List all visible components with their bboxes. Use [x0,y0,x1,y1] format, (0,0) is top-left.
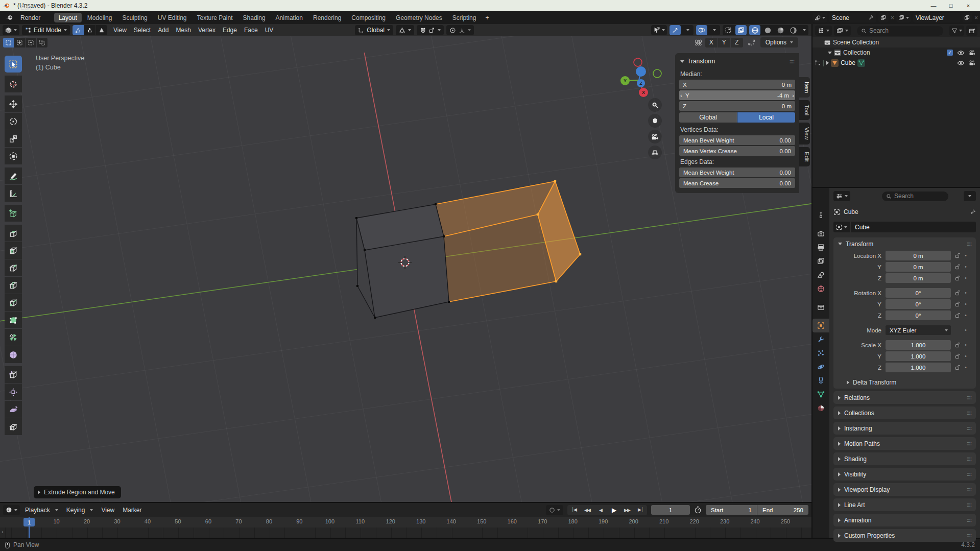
operator-panel[interactable]: Extrude Region and Move [34,486,121,498]
transform-orientation-dropdown[interactable]: Global [355,25,393,35]
property-field[interactable]: 1.000 [886,340,951,350]
tool-rip-region[interactable] [5,418,22,435]
timeline-menu-view[interactable]: View [97,505,118,515]
tool-options-dropdown[interactable]: Options [760,37,798,47]
tool-annotate[interactable] [5,167,22,184]
timeline-menu-playback[interactable]: Playback [21,505,62,515]
unlock-icon[interactable] [953,290,962,296]
viewport-menu-mesh[interactable]: Mesh [173,26,195,35]
sidebar-tab-edit[interactable]: Edit [799,147,810,166]
proportional-editing-toggle[interactable] [446,25,474,35]
sidebar-tab-view[interactable]: View [799,123,810,145]
pivot-point-dropdown[interactable] [396,25,414,35]
median-z-field[interactable]: Z0 m [679,101,795,111]
properties-tab-scene[interactable] [812,268,829,282]
tab-rendering[interactable]: Rendering [308,13,346,22]
property-field[interactable]: XYZ Euler [886,325,951,335]
transform-panel-header[interactable]: Transform :::: [679,57,795,69]
tool-scale[interactable] [5,130,22,147]
timeline-expander[interactable]: › [2,529,4,535]
overlays-dropdown[interactable] [709,25,720,35]
drag-handle[interactable]: :::: [967,533,971,538]
tool-smooth[interactable] [5,346,22,363]
add-workspace-button[interactable]: + [481,13,493,23]
ortho-toggle-button[interactable] [648,146,662,159]
timeline-editor-type-button[interactable] [3,505,20,515]
tool-cursor[interactable] [5,76,22,92]
zoom-button[interactable] [648,98,662,112]
animate-dot[interactable]: • [962,290,969,296]
viewport-menu-vertex[interactable]: Vertex [195,26,219,35]
eye-icon[interactable] [957,50,965,56]
property-field[interactable]: 0° [886,288,951,298]
section-header[interactable]: Viewport Display:::: [833,483,976,496]
properties-tab-object[interactable] [812,319,829,332]
drag-handle[interactable]: :::: [967,410,971,416]
maximize-button[interactable]: □ [942,0,960,11]
outliner-filter-mode-button[interactable] [834,26,851,36]
pan-button[interactable] [648,114,662,128]
section-header[interactable]: Shading:::: [833,452,976,465]
properties-search-input[interactable]: Search [882,191,948,201]
global-button[interactable]: Global [679,112,737,123]
properties-tab-tool[interactable] [812,208,829,222]
tool-knife[interactable] [5,294,22,311]
tool-bevel[interactable] [5,259,22,276]
viewport-menu-uv[interactable]: UV [261,26,277,35]
shading-wireframe-button[interactable] [749,25,760,35]
property-field[interactable]: 1.000 [886,363,951,372]
edge-field-1[interactable]: Mean Crease0.00 [679,178,795,188]
increment-arrow[interactable]: › [792,92,794,99]
section-header[interactable]: Animation:::: [833,514,976,526]
prev-keyframe-button[interactable]: ◀◀ [581,505,594,515]
viewlayer-browse-button[interactable] [896,13,911,22]
select-set-button[interactable] [3,38,14,47]
gizmo-dropdown[interactable] [682,25,694,35]
animate-dot[interactable]: • [962,327,969,333]
start-frame-field[interactable]: Start 1 [706,505,757,515]
tool-add-cube[interactable] [5,205,22,222]
animate-dot[interactable]: • [962,264,969,270]
tab-animation[interactable]: Animation [271,13,307,22]
tab-sculpting[interactable]: Sculpting [117,13,152,22]
tool-edge-slide[interactable] [5,366,22,383]
tab-geometry-nodes[interactable]: Geometry Nodes [391,13,447,22]
properties-tab-material[interactable] [812,401,829,415]
animate-dot[interactable]: • [962,342,969,348]
object-name-field[interactable]: Cube [851,222,976,232]
tab-uv-editing[interactable]: UV Editing [153,13,192,22]
pin-icon[interactable] [868,15,874,20]
current-frame-field[interactable]: 1 [651,505,690,515]
unlock-icon[interactable] [953,253,962,258]
mirror-x-button[interactable]: X [705,38,718,47]
properties-tab-object-data[interactable] [812,388,829,401]
property-field[interactable]: 0° [886,299,951,309]
tool-extrude-region[interactable] [5,225,22,242]
mode-dropdown[interactable]: Edit Mode [22,25,70,35]
properties-tab-view-layer[interactable] [812,254,829,268]
tab-scripting[interactable]: Scripting [448,13,481,22]
outliner-row-cube[interactable]: | Cube [812,58,980,68]
properties-tab-constraints[interactable] [812,374,829,388]
show-gizmo-toggle[interactable] [670,25,681,35]
transform-panel-header[interactable]: Transform :::: [833,237,976,250]
tool-shrink-fatten[interactable] [5,384,22,400]
editor-type-button[interactable] [3,25,19,35]
jump-to-start-button[interactable]: ⏐◀ [567,505,581,515]
decrement-arrow[interactable]: ‹ [680,92,682,99]
pin-icon[interactable] [970,209,976,215]
drag-handle[interactable]: :::: [967,502,971,508]
median-x-field[interactable]: X0 m [679,80,795,89]
delta-transform-header[interactable]: Delta Transform [833,376,976,389]
viewport-menu-edge[interactable]: Edge [219,26,241,35]
drag-handle[interactable]: :::: [967,395,971,400]
tool-measure[interactable] [5,185,22,202]
drag-handle[interactable]: :::: [967,487,971,492]
current-frame-badge[interactable]: 1 [23,518,35,526]
edge-select-button[interactable] [84,25,95,35]
properties-tab-particles[interactable] [812,346,829,360]
timeline-ruler[interactable]: 1020304050607080901001101201301401501601… [0,517,811,528]
camera-view-button[interactable] [648,130,662,143]
drag-handle[interactable]: :::: [967,425,971,431]
animate-dot[interactable]: • [962,301,969,307]
